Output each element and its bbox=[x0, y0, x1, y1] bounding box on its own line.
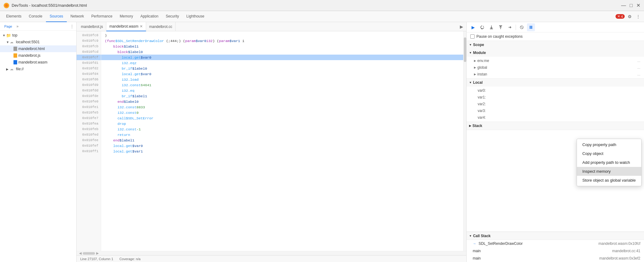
context-item-store-global[interactable]: Store object as global variable bbox=[577, 176, 641, 185]
editor-tab-mandelbrot-wasm[interactable]: mandelbrot.wasm ✕ bbox=[106, 22, 146, 31]
settings-button[interactable]: ⚙ bbox=[627, 13, 633, 20]
debug-toolbar: ▶ bbox=[467, 22, 644, 33]
editor-tab-mandelbrot-js[interactable]: mandelbrot.js bbox=[78, 22, 106, 31]
tab-security[interactable]: Security bbox=[162, 11, 183, 22]
scope-row-global[interactable]: ▶ global ... bbox=[467, 64, 644, 71]
close-button[interactable]: ✕ bbox=[636, 2, 640, 8]
scope-row-var4[interactable]: var4: bbox=[467, 114, 644, 121]
scrollbar-thumb[interactable] bbox=[464, 37, 466, 62]
tree-arrow: ▼ bbox=[6, 40, 10, 44]
code-line-19: return bbox=[101, 132, 463, 137]
local-section-header[interactable]: ▼ Local bbox=[467, 79, 644, 87]
module-content: ▶ env.me ... ▶ global ... ▶ instan ... bbox=[467, 57, 644, 78]
horizontal-scrollbar[interactable]: ◀ ▶ bbox=[77, 251, 466, 255]
pause-exceptions-label: Pause on caught exceptions bbox=[476, 34, 523, 39]
tab-application[interactable]: Application bbox=[137, 11, 162, 22]
scope-row-var3[interactable]: var3: bbox=[467, 107, 644, 114]
pause-exceptions-checkbox[interactable] bbox=[470, 34, 475, 39]
tab-close-wasm[interactable]: ✕ bbox=[140, 24, 143, 29]
code-line-5: local.get $var0 bbox=[101, 55, 463, 60]
tree-arrow: ▶ bbox=[6, 67, 10, 71]
devtools-icon bbox=[4, 3, 9, 8]
callstack-item-sdl[interactable]: → SDL_SetRenderDrawColor mandelbrot.wasm… bbox=[467, 240, 644, 247]
tab-console[interactable]: Console bbox=[25, 11, 46, 22]
tree-item-localhost[interactable]: ▼ ☁ localhost:5501 bbox=[0, 39, 76, 45]
module-section-header[interactable]: ▼ Module bbox=[467, 49, 644, 57]
scroll-left-arrow[interactable]: ◀ bbox=[78, 251, 83, 255]
scope-row-instan[interactable]: ▶ instan ... bbox=[467, 71, 644, 78]
sidebar-tab-page[interactable]: Page bbox=[2, 25, 14, 28]
step-over-button[interactable] bbox=[478, 23, 486, 31]
editor-tab-mandelbrot-cc[interactable]: mandelbrot.cc bbox=[146, 22, 176, 31]
callstack-name-main2: main bbox=[473, 256, 481, 260]
editor-content: 0x010fc8 0x010fc9 0x010fcb 0x010fcd 0x01… bbox=[77, 31, 466, 251]
context-item-add-watch[interactable]: Add property path to watch bbox=[577, 158, 641, 167]
tab-sources[interactable]: Sources bbox=[46, 11, 67, 22]
scope-row-var2[interactable]: var2: bbox=[467, 101, 644, 107]
resume-button[interactable]: ▶ bbox=[469, 23, 477, 31]
callstack-arrow-icon: → bbox=[473, 242, 476, 245]
scope-row-env[interactable]: ▶ env.me ... bbox=[467, 57, 644, 64]
tree-item-top[interactable]: ▼ 📁 top bbox=[0, 32, 76, 39]
callstack-loc-sdl: mandelbrot.wasm:0x10fcf bbox=[598, 241, 640, 246]
deactivate-breakpoints[interactable] bbox=[518, 23, 526, 31]
code-view[interactable]: ) (func $SDL_SetRenderDrawColor (;444;) … bbox=[101, 31, 463, 251]
instan-key: instan bbox=[477, 72, 496, 76]
callstack-item-main1[interactable]: main mandelbrot.cc:41 bbox=[467, 247, 644, 255]
call-stack-header[interactable]: ▼ Call Stack bbox=[467, 232, 644, 240]
code-line-3: block $label1 bbox=[101, 44, 463, 49]
callstack-item-main2[interactable]: main mandelbrot.wasm:0x3ef2 bbox=[467, 255, 644, 262]
tab-performance[interactable]: Performance bbox=[88, 11, 116, 22]
minimize-button[interactable]: — bbox=[621, 2, 626, 8]
pause-button[interactable] bbox=[527, 23, 535, 31]
call-stack-section: ▼ Call Stack → SDL_SetRenderDrawColor ma… bbox=[467, 232, 644, 262]
tree-item-mandelbrot-js[interactable]: ▶ mandelbrot.js bbox=[0, 52, 76, 59]
context-item-inspect-memory[interactable]: Inspect memory bbox=[577, 167, 641, 176]
stack-section-header[interactable]: ▶ Stack bbox=[467, 122, 644, 130]
line-num-8: 0x010fd4 bbox=[77, 71, 101, 77]
error-icon: ✕ bbox=[617, 14, 620, 18]
tree-label-mandelbrot-wasm: mandelbrot.wasm bbox=[18, 60, 47, 64]
maximize-button[interactable]: □ bbox=[630, 2, 633, 8]
tree-item-mandelbrot-wasm[interactable]: ▶ mandelbrot.wasm bbox=[0, 59, 76, 66]
sidebar-more-icon[interactable]: » bbox=[17, 24, 19, 29]
scope-row-var1[interactable]: var1: bbox=[467, 94, 644, 101]
tab-memory[interactable]: Memory bbox=[116, 11, 137, 22]
step-out-button[interactable] bbox=[497, 23, 505, 31]
tree-label-top: top bbox=[12, 33, 17, 37]
tab-network[interactable]: Network bbox=[67, 11, 88, 22]
context-item-copy-object[interactable]: Copy object bbox=[577, 149, 641, 158]
tab-label-cc: mandelbrot.cc bbox=[149, 25, 172, 29]
tree-item-file[interactable]: ▶ ☁ file:// bbox=[0, 66, 76, 72]
tree-item-mandelbrot-html[interactable]: ▶ mandelbrot.html bbox=[0, 45, 76, 52]
tab-nav-right[interactable]: ▶ bbox=[458, 24, 465, 29]
scope-row-var0[interactable]: var0: bbox=[467, 87, 644, 94]
scroll-right-arrow[interactable]: ▶ bbox=[95, 251, 100, 255]
more-menu-button[interactable]: ⋮ bbox=[635, 13, 642, 20]
title-bar: DevTools - localhost:5501/mandelbrot.htm… bbox=[0, 0, 644, 11]
error-badge[interactable]: ✕ 4 bbox=[616, 14, 625, 19]
stack-label: Stack bbox=[472, 124, 482, 128]
code-line-17: drop bbox=[101, 121, 463, 126]
env-ellipsis: ... bbox=[637, 59, 640, 63]
line-num-21: 0x010fef bbox=[77, 143, 101, 148]
module-section: ▼ Module ▶ env.me ... ▶ global ... bbox=[467, 49, 644, 79]
vertical-scrollbar[interactable] bbox=[463, 31, 466, 251]
scope-section-header[interactable]: ▼ Scope bbox=[467, 41, 644, 49]
line-num-22: 0x010ff1 bbox=[77, 148, 101, 154]
tab-elements[interactable]: Elements bbox=[2, 11, 25, 22]
window-controls[interactable]: — □ ✕ bbox=[621, 2, 640, 8]
file-icon-yellow bbox=[13, 53, 17, 58]
callstack-arrow: ▼ bbox=[469, 234, 472, 237]
step-button[interactable] bbox=[506, 23, 514, 31]
code-line-10: i32.const 64641 bbox=[101, 82, 463, 88]
sidebar-menu-icon[interactable]: ⋮ bbox=[70, 24, 74, 29]
step-into-button[interactable] bbox=[487, 23, 495, 31]
context-item-copy-path[interactable]: Copy property path bbox=[577, 140, 641, 149]
tab-label-wasm: mandelbrot.wasm bbox=[109, 24, 138, 29]
cloud-icon: ☁ bbox=[10, 40, 15, 44]
line-numbers: 0x010fc8 0x010fc9 0x010fcb 0x010fcd 0x01… bbox=[77, 31, 101, 251]
hscroll-thumb[interactable] bbox=[83, 252, 95, 255]
right-panel: ▶ Pause on caught exceptio bbox=[466, 22, 644, 262]
tab-lighthouse[interactable]: Lighthouse bbox=[183, 11, 208, 22]
